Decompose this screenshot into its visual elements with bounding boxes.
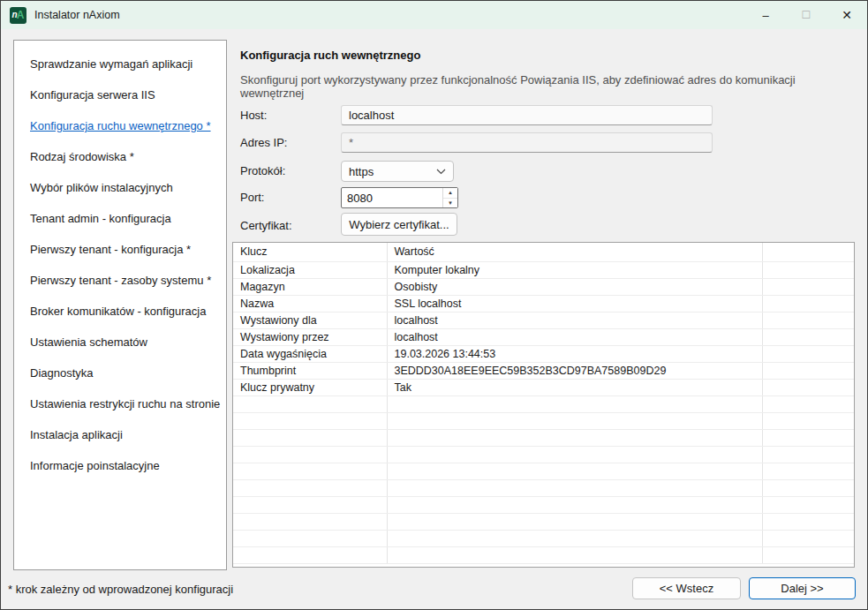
table-cell <box>762 496 855 513</box>
protocol-label: Protokół: <box>240 164 285 177</box>
table-cell <box>762 395 855 412</box>
table-cell: Magazyn <box>233 278 387 295</box>
table-row[interactable] <box>233 412 855 429</box>
sidebar-item-11[interactable]: Ustawienia restrykcji ruchu na stronie <box>14 388 226 419</box>
table-row[interactable]: Klucz prywatnyTak <box>233 379 855 395</box>
table-row[interactable] <box>233 546 855 563</box>
protocol-selected-value: https <box>349 165 374 178</box>
table-row[interactable]: LokalizacjaKomputer lokalny <box>233 261 855 278</box>
sidebar-item-13[interactable]: Informacje poinstalacyjne <box>14 450 226 481</box>
table-cell <box>762 463 855 479</box>
page-subtitle: Skonfiguruj port wykorzystywany przez fu… <box>240 73 858 100</box>
table-row[interactable]: MagazynOsobisty <box>233 278 855 295</box>
port-stepper: ▲ ▼ <box>341 187 458 208</box>
table-cell: Data wygaśnięcia <box>233 345 387 362</box>
table-cell: Osobisty <box>387 278 762 295</box>
footer-note: * krok zależny od wprowadzonej konfigura… <box>8 583 233 596</box>
table-cell <box>387 496 762 513</box>
table-row[interactable] <box>233 395 855 412</box>
sidebar-item-5[interactable]: Tenant admin - konfiguracja <box>14 203 226 234</box>
table-cell <box>387 412 762 429</box>
ip-label: Adres IP: <box>240 136 287 149</box>
sidebar-item-6[interactable]: Pierwszy tenant - konfiguracja * <box>14 234 226 265</box>
installer-window: nA Instalator nAxiom – ☐ ✕ Sprawdzanie w… <box>0 0 868 610</box>
table-cell <box>233 412 387 429</box>
port-label: Port: <box>240 191 264 204</box>
table-cell <box>233 395 387 412</box>
sidebar-item-8[interactable]: Broker komunikatów - konfiguracja <box>14 296 226 327</box>
sidebar-item-9[interactable]: Ustawienia schematów <box>14 327 226 358</box>
table-row[interactable] <box>233 513 855 530</box>
table-cell: 19.03.2026 13:44:53 <box>387 345 762 362</box>
table-cell <box>233 530 387 546</box>
table-cell <box>762 530 855 546</box>
table-cell: Thumbprint <box>233 362 387 379</box>
table-cell: localhost <box>387 328 762 345</box>
sidebar-item-3[interactable]: Rodzaj środowiska * <box>14 141 226 172</box>
sidebar-item-10[interactable]: Diagnostyka <box>14 358 226 388</box>
maximize-icon: ☐ <box>786 1 826 29</box>
table-row[interactable]: Data wygaśnięcia19.03.2026 13:44:53 <box>233 345 855 362</box>
table-column-header-0[interactable]: Klucz <box>233 243 387 261</box>
table-header-row: KluczWartość <box>233 243 855 261</box>
certificate-label: Certyfikat: <box>240 219 292 232</box>
titlebar: nA Instalator nAxiom – ☐ ✕ <box>1 1 867 29</box>
sidebar-item-1[interactable]: Konfiguracja serwera IIS <box>14 79 226 110</box>
table-row[interactable] <box>233 530 855 546</box>
sidebar-item-2[interactable]: Konfiguracja ruchu wewnętrznego * <box>14 110 226 141</box>
table-cell <box>762 345 855 362</box>
table-column-header-2[interactable] <box>762 243 855 261</box>
choose-certificate-button[interactable]: Wybierz certyfikat... <box>341 213 457 236</box>
sidebar-item-4[interactable]: Wybór plików instalacyjnych <box>14 172 226 203</box>
table-cell: 3EDDD30A18EE9EEC59B352B3CD97BA7589B09D29 <box>387 362 762 379</box>
table-cell <box>233 546 387 563</box>
table-cell <box>762 513 855 530</box>
table-cell: Wystawiony przez <box>233 328 387 345</box>
table-column-header-1[interactable]: Wartość <box>387 243 762 261</box>
minimize-icon[interactable]: – <box>745 1 786 29</box>
page-title: Konfiguracja ruch wewnętrznego <box>240 49 420 62</box>
sidebar-item-12[interactable]: Instalacja aplikacji <box>14 419 226 450</box>
table-row[interactable] <box>233 496 855 513</box>
table-row[interactable]: Thumbprint3EDDD30A18EE9EEC59B352B3CD97BA… <box>233 362 855 379</box>
chevron-down-icon <box>436 169 446 175</box>
app-icon: nA <box>10 7 26 24</box>
sidebar-item-0[interactable]: Sprawdzanie wymagań aplikacji <box>14 49 226 79</box>
table-row[interactable] <box>233 429 855 446</box>
table-row[interactable] <box>233 446 855 463</box>
table-row[interactable]: NazwaSSL localhost <box>233 295 855 312</box>
table-cell <box>762 429 855 446</box>
table-cell <box>233 479 387 496</box>
table-row[interactable] <box>233 463 855 479</box>
back-button[interactable]: << Wstecz <box>632 577 741 599</box>
sidebar-item-7[interactable]: Pierwszy tenant - zasoby systemu * <box>14 265 226 296</box>
table-cell <box>387 513 762 530</box>
table-row[interactable]: Wystawiony dlalocalhost <box>233 312 855 328</box>
table-cell: SSL localhost <box>387 295 762 312</box>
table-cell <box>762 312 855 328</box>
table-cell <box>762 295 855 312</box>
window-controls: – ☐ ✕ <box>745 1 867 29</box>
close-icon[interactable]: ✕ <box>826 1 867 29</box>
port-input[interactable] <box>342 188 442 207</box>
table-cell <box>762 261 855 278</box>
next-button[interactable]: Dalej >> <box>749 577 856 599</box>
host-label: Host: <box>240 109 267 122</box>
port-spin-buttons: ▲ ▼ <box>442 188 457 207</box>
ip-input <box>341 132 713 153</box>
table-cell <box>387 446 762 463</box>
table-cell <box>387 546 762 563</box>
table-cell: localhost <box>387 312 762 328</box>
table-body: LokalizacjaKomputer lokalnyMagazynOsobis… <box>233 261 855 563</box>
table-cell <box>233 513 387 530</box>
table-row[interactable]: Wystawiony przezlocalhost <box>233 328 855 345</box>
table-cell <box>387 429 762 446</box>
host-input[interactable] <box>341 105 713 125</box>
table-row[interactable] <box>233 479 855 496</box>
window-title: Instalator nAxiom <box>34 9 120 21</box>
protocol-select[interactable]: https <box>341 161 454 182</box>
spin-up-icon[interactable]: ▲ <box>443 188 457 199</box>
table-cell <box>762 362 855 379</box>
table-cell <box>762 546 855 563</box>
spin-down-icon[interactable]: ▼ <box>443 199 457 208</box>
